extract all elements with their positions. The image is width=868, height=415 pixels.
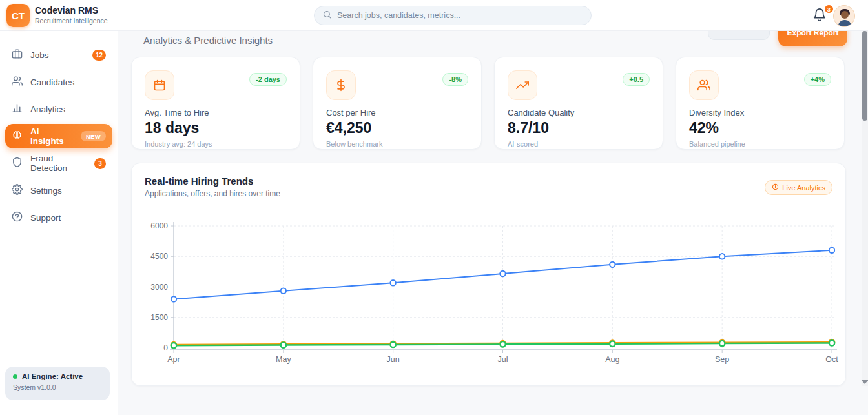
metric-card-candidate-quality: +0.5 Candidate Quality 8.7/10 AI-scored [494,57,663,150]
metric-value: 8.7/10 [508,119,549,137]
trend-badge: +0.5 [623,73,650,86]
fraud-count-badge: 3 [94,158,106,169]
svg-text:Apr: Apr [167,355,180,364]
metric-label: Avg. Time to Hire [145,108,209,117]
metric-value: 42% [689,119,719,137]
vertical-scrollbar[interactable] [862,31,868,386]
new-badge: NEW [81,131,106,141]
app-window: Export Report CT Codevian RMS Recruitmen… [0,0,868,415]
hiring-trends-card: Real-time Hiring Trends Applications, of… [131,163,846,386]
sidebar-item-candidates[interactable]: Candidates [5,70,112,94]
trend-badge: -8% [442,73,468,86]
svg-text:May: May [276,355,291,364]
svg-text:Sep: Sep [715,355,729,364]
user-avatar[interactable] [833,5,855,27]
sidebar-item-label: AI Insights [30,127,65,146]
page-title: Analytics & Predictive Insights [143,35,273,46]
sidebar-item-jobs[interactable]: Jobs 12 [5,43,112,67]
app-logo: CT [6,4,30,27]
metric-subtext: Below benchmark [326,140,382,148]
metric-subtext: AI-scored [508,140,538,148]
notification-count-badge: 3 [823,4,834,14]
global-search[interactable] [314,6,592,25]
ai-engine-status-panel: AI Engine: Active System v1.0.0 [5,367,110,400]
svg-text:0: 0 [163,343,168,352]
bar-chart-icon [12,103,23,116]
metric-subtext: Balanced pipeline [689,140,745,148]
top-header: CT Codevian RMS Recruitment Intelligence… [0,0,868,31]
sidebar-item-label: Settings [30,186,62,196]
metric-label: Cost per Hire [326,108,376,117]
search-input[interactable] [337,11,583,20]
sidebar-item-label: Fraud Detection [30,154,79,173]
metric-card-avg-time-to-hire: -2 days Avg. Time to Hire 18 days Indust… [131,57,300,150]
svg-text:Aug: Aug [605,355,619,364]
app-subtitle: Recruitment Intelligence [35,17,108,25]
svg-text:3000: 3000 [150,283,168,292]
help-icon [12,211,23,224]
users-icon [12,76,23,88]
sidebar-item-settings[interactable]: Settings [5,178,112,203]
ai-engine-status: AI Engine: Active [22,372,83,380]
sidebar-item-support[interactable]: Support [5,205,112,230]
scrollbar-down-arrow[interactable] [861,380,868,384]
status-dot [13,374,17,379]
avatar-body [838,20,851,27]
svg-text:6000: 6000 [150,221,168,230]
search-icon [322,10,332,22]
trend-badge: +4% [804,73,831,86]
svg-text:Jun: Jun [387,355,400,364]
svg-text:Oct: Oct [825,355,838,364]
hiring-trends-chart: 01500300045006000AprMayJunJulAugSepOct [132,163,847,387]
metric-card-diversity-index: +4% Diversity Index 42% Balanced pipelin… [676,57,845,150]
metric-label: Candidate Quality [508,108,574,117]
metric-subtext: Industry avg: 24 days [145,140,212,148]
gear-icon [12,184,23,197]
sidebar-item-label: Support [30,213,61,223]
trending-up-icon [508,70,537,100]
scrollbar-thumb[interactable] [862,31,867,121]
calendar-icon [145,70,174,100]
sidebar-item-fraud-detection[interactable]: Fraud Detection 3 [5,151,112,176]
trend-badge: -2 days [249,73,287,86]
system-version: System v1.0.0 [13,383,102,391]
shield-icon [12,157,23,170]
sidebar-item-analytics[interactable]: Analytics [5,97,112,121]
metric-value: 18 days [145,119,199,137]
svg-text:Jul: Jul [498,355,508,364]
metric-value: €4,250 [326,119,371,137]
sidebar-item-ai-insights[interactable]: AI Insights NEW [5,124,112,148]
sidebar-item-label: Candidates [30,77,74,87]
jobs-count-badge: 12 [92,50,106,61]
svg-text:1500: 1500 [150,313,168,322]
briefcase-icon [12,48,23,61]
metric-card-cost-per-hire: -8% Cost per Hire €4,250 Below benchmark [313,57,482,150]
metric-label: Diversity Index [689,108,744,117]
users-icon [689,70,719,100]
notifications-button[interactable]: 3 [812,8,829,25]
sidebar-item-label: Analytics [30,105,65,114]
bell-icon [812,13,827,24]
svg-text:4500: 4500 [150,252,168,261]
dollar-icon [326,70,356,100]
brain-icon [12,130,23,143]
sidebar-item-label: Jobs [30,50,49,60]
avatar-face [841,11,849,19]
app-name: Codevian RMS [35,5,98,15]
sidebar: Jobs 12 Candidates Analytics AI Insights… [0,31,118,415]
